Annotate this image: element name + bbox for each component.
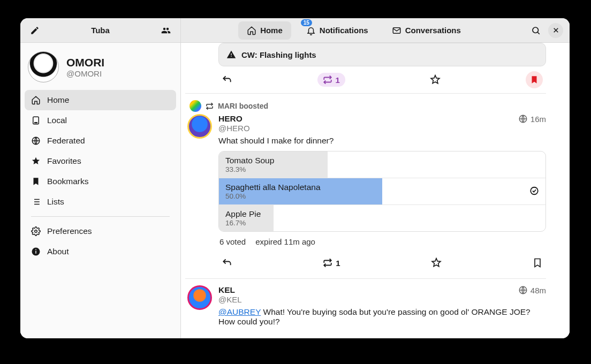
post-handle: @KEL [218, 295, 518, 304]
post-body: HERO @HERO 16m What should I make for di… [218, 114, 546, 276]
sidebar-item-about[interactable]: About [25, 241, 176, 262]
sidebar-item-label: Lists [47, 197, 64, 207]
timeline-content: CW: Flashing lights 1 [185, 43, 546, 334]
avatar[interactable] [187, 114, 212, 139]
nav-separator [31, 216, 170, 217]
mention-link[interactable]: @AUBREY [218, 307, 261, 316]
sidebar-item-bookmarks[interactable]: Bookmarks [25, 171, 176, 192]
check-circle-icon [529, 186, 539, 195]
sidebar-item-preferences[interactable]: Preferences [25, 221, 176, 241]
tab-home[interactable]: Home [238, 21, 291, 40]
post-actions: 1 [218, 66, 546, 93]
app-window: Tuba Home 15 Notifications Conversations [20, 18, 570, 338]
poll-meta: 6 voted expired 11m ago [218, 232, 546, 249]
people-icon [161, 26, 171, 35]
bookmark-icon [532, 257, 543, 268]
boosted-by-label: MARI boosted [218, 102, 268, 110]
time-label: 48m [531, 286, 546, 295]
post-text: What should I make for dinner? [218, 133, 546, 151]
reply-icon [222, 74, 232, 85]
boost-button[interactable]: 1 [323, 258, 340, 268]
sidebar-item-label: Preferences [47, 226, 92, 236]
header-tabs: Home 15 Notifications Conversations [181, 21, 527, 40]
accounts-button[interactable] [157, 21, 175, 40]
sidebar-item-local[interactable]: Local [25, 110, 176, 131]
header-bar: Tuba Home 15 Notifications Conversations [20, 18, 570, 43]
svg-rect-8 [35, 249, 36, 251]
poll-percent: 33.3% [225, 165, 539, 173]
sidebar-item-label: About [47, 247, 69, 256]
post-actions: 1 [218, 249, 546, 276]
bell-icon [306, 26, 316, 35]
list-icon [31, 197, 41, 207]
selected-check [529, 186, 539, 197]
post-handle: @HERO [218, 124, 518, 133]
timeline[interactable]: CW: Flashing lights 1 [181, 43, 570, 338]
reply-button[interactable] [222, 74, 232, 85]
content-warning[interactable]: CW: Flashing lights [218, 43, 546, 66]
poll-option-2[interactable]: Spaghetti alla Napoletana 50.0% [219, 178, 545, 205]
poll-label: Spaghetti alla Napoletana [225, 183, 539, 192]
post-head: HERO @HERO 16m [218, 114, 546, 133]
compose-button[interactable] [26, 21, 44, 40]
search-button[interactable] [527, 21, 545, 40]
boost-count: 1 [336, 259, 340, 268]
boost-count: 1 [336, 75, 340, 85]
post-author[interactable]: KEL @KEL [218, 285, 518, 304]
bookmark-button[interactable] [532, 257, 543, 268]
post-head: KEL @KEL 48m [218, 285, 546, 304]
cw-label: CW: Flashing lights [241, 50, 316, 59]
avatar[interactable] [187, 285, 212, 310]
sidebar: OMORI @OMORI Home Local Federated [20, 43, 181, 338]
warning-icon [226, 50, 236, 59]
header-right [527, 21, 570, 40]
tab-notifications[interactable]: 15 Notifications [298, 21, 377, 40]
globe-icon [31, 136, 41, 146]
favorite-button[interactable] [430, 74, 441, 85]
profile-handle: @OMORI [66, 69, 104, 78]
sidebar-item-favorites[interactable]: Favorites [25, 151, 176, 171]
sidebar-item-home[interactable]: Home [25, 90, 176, 110]
reply-icon [222, 257, 232, 268]
tab-conversations-label: Conversations [405, 26, 461, 35]
poll-expired: expired 11m ago [255, 237, 315, 246]
poll-option-1[interactable]: Tomato Soup 33.3% [219, 151, 545, 178]
post-text: @AUBREY What! You're buying soda but you… [218, 304, 546, 332]
tab-conversations[interactable]: Conversations [383, 21, 469, 40]
post-name: HERO [218, 114, 518, 124]
notifications-badge: 15 [301, 19, 312, 26]
svg-rect-3 [35, 123, 37, 123]
post-time: 48m [518, 285, 546, 295]
poll-percent: 50.0% [225, 192, 539, 200]
profile-block[interactable]: OMORI @OMORI [20, 43, 180, 87]
post-author[interactable]: HERO @HERO [218, 114, 518, 133]
close-button[interactable] [548, 23, 563, 38]
search-icon [531, 26, 541, 35]
post-kel: KEL @KEL 48m @AUBREY What! You're buying… [185, 279, 546, 334]
sidebar-item-label: Federated [47, 136, 85, 146]
header-left: Tuba [20, 18, 181, 42]
reply-button[interactable] [222, 257, 232, 268]
avatar [28, 51, 59, 82]
boost-button[interactable]: 1 [317, 73, 345, 87]
profile-name: OMORI [66, 56, 104, 69]
star-icon [431, 257, 442, 268]
bookmark-button[interactable] [526, 71, 543, 88]
poll-voted: 6 voted [219, 237, 246, 246]
svg-point-5 [35, 230, 37, 233]
bookmark-icon [31, 177, 41, 186]
close-icon [552, 27, 559, 34]
boost-icon [323, 75, 332, 85]
sidebar-item-lists[interactable]: Lists [25, 192, 176, 212]
post-name: KEL [218, 285, 518, 295]
info-icon [31, 247, 41, 256]
tab-home-label: Home [260, 26, 283, 35]
sidebar-item-label: Bookmarks [47, 177, 89, 186]
home-icon [247, 26, 256, 35]
sidebar-item-federated[interactable]: Federated [25, 131, 176, 151]
poll-label: Tomato Soup [225, 156, 539, 165]
favorite-button[interactable] [431, 257, 442, 268]
post-time: 16m [518, 114, 546, 124]
poll-option-3[interactable]: Apple Pie 16.7% [219, 205, 545, 231]
boost-icon [323, 258, 332, 268]
